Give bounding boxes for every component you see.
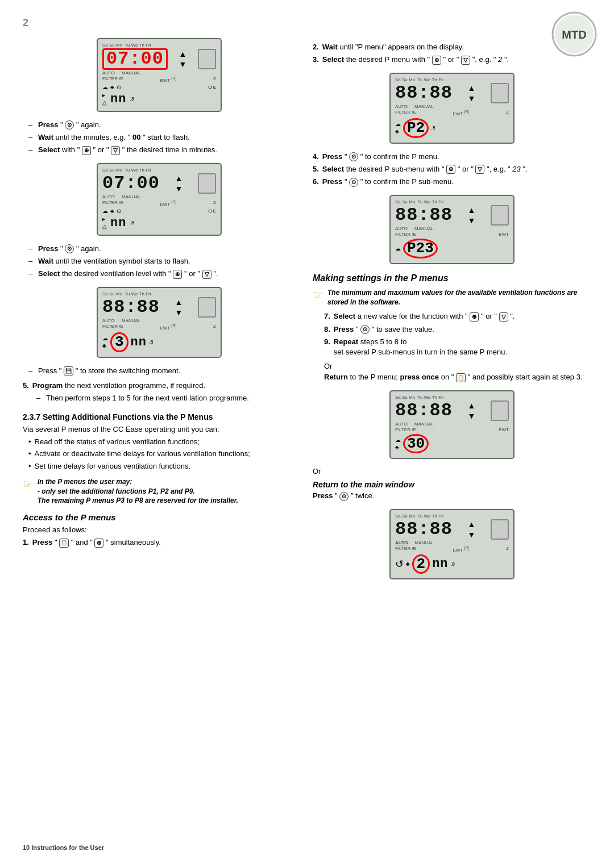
step-8-num: 8. <box>324 324 330 335</box>
note-box-1: ☞ In the P menus the user may: - only se… <box>23 477 296 506</box>
arrows-30: ▲▼ <box>468 401 476 420</box>
highlight-3: 3 <box>110 332 128 352</box>
dash-3: – <box>28 145 35 155</box>
step-9-num: 9. <box>324 337 330 347</box>
step-8-text: Press " ⊙ " to save the value. <box>334 324 434 335</box>
bullet-1: • Read off the status of various ventila… <box>23 437 296 447</box>
section-237-title: 2.3.7 Setting Additional Functions via t… <box>23 412 296 422</box>
page-container: 2 Sa Su Mo Tu We Th Fri 07:00 ▲ ▼ AUTOMA… <box>0 0 614 604</box>
step-5-dash-text: Then perform steps 1 to 5 for the next v… <box>46 393 249 403</box>
seg-display-1: nn <box>110 92 126 106</box>
filter-row-30: FILTER /EEWT <box>395 427 509 432</box>
step-9-item: 9. Repeat steps 5 to 8 toset several P s… <box>324 337 591 357</box>
step-5-item: 5. Program the next ventilation programm… <box>23 381 296 391</box>
display-block-final: Sa Su Mo Tu We Th Fri 88:88 ▲▼ AUTOMANUA… <box>313 506 591 583</box>
arrows-final: ▲▼ <box>468 520 476 539</box>
device-display-p2: Sa Su Mo Tu We Th Fri 88:88 ▲▼ AUTOMANUA… <box>389 73 515 143</box>
mtd-logo: MTD <box>551 11 597 57</box>
highlight-30: 30 <box>403 434 429 454</box>
filter-row-1: FILTER /EEWT (R)Z <box>102 76 216 83</box>
display-block-p2: Sa Su Mo Tu We Th Fri 88:88 ▲▼ AUTOMANUA… <box>313 69 591 147</box>
note-icon-2: ☞ <box>313 288 323 302</box>
step-6-num: 6. <box>313 177 319 187</box>
return-main-text: Press " ⊙ " twice. <box>313 491 591 501</box>
step-5-item-r: 5. Select the desired P sub-menu with " … <box>313 164 591 174</box>
step-5-num-r: 5. <box>313 164 319 174</box>
days-row-30: Sa Su Mo Tu We Th Fri <box>395 395 509 400</box>
making-settings-heading: Making settings in the P menus <box>313 273 591 283</box>
display-block-30: Sa Su Mo Tu We Th Fri 88:88 ▲▼ AUTOMANUA… <box>313 387 591 463</box>
dash-7: – <box>28 366 35 376</box>
bullet-icon-3: • <box>28 461 31 471</box>
note-icon-1: ☞ <box>23 477 33 491</box>
bottom-icons-2: ☁♣⊙ O E <box>102 208 216 214</box>
display-block-3: Sa Su Mo Tu We Th Fri 88:88 ▲▼ AUTOMANUA… <box>23 283 296 361</box>
highlight-final: 2 <box>412 554 430 574</box>
step-7-item: 7. Select a new value for the function w… <box>324 311 591 322</box>
ok-icon-2: ⊙ <box>65 244 74 253</box>
step-5-text-r: Select the desired P sub-menu with " ⊕ "… <box>322 164 528 174</box>
dash-6: – <box>28 269 35 279</box>
steps-789: 7. Select a new value for the function w… <box>313 311 591 357</box>
plus-icon-4: ⊕ <box>432 56 441 65</box>
arrows-p2: ▲▼ <box>468 84 476 103</box>
menu-icon-2: 📋 <box>456 373 466 382</box>
time-display-1: 07:00 <box>102 48 168 70</box>
step-3-num: 3. <box>313 55 319 65</box>
or-text-1: Or <box>324 362 591 370</box>
seg-display-2: nn <box>110 216 126 230</box>
days-row-3: Sa Su Mo Tu We Th Fri <box>102 291 216 297</box>
step-2-num: 2. <box>313 42 319 52</box>
step-8-item: 8. Press " ⊙ " to save the value. <box>324 324 591 335</box>
plus-icon-2: ⊕ <box>173 270 182 279</box>
return-main-heading: Return to the main window <box>313 480 591 489</box>
bullet-text-3: Set time delays for various ventilation … <box>35 461 191 471</box>
footer: 10 Instructions for the User <box>23 844 104 851</box>
dash-8: – <box>36 393 43 403</box>
left-column: 2 Sa Su Mo Tu We Th Fri 07:00 ▲ ▼ AUTOMA… <box>23 17 296 587</box>
device-display-3: Sa Su Mo Tu We Th Fri 88:88 ▲▼ AUTOMANUA… <box>97 287 222 357</box>
down-icon-4: ▽ <box>475 165 484 174</box>
store-icon: 💾 <box>64 366 73 375</box>
step-4-item: 4. Press " ⊙ " to confirm the P menu. <box>313 152 591 162</box>
bottom-icons-1: ☁♣⊙ O E <box>102 84 216 90</box>
dash-4: – <box>28 244 35 254</box>
arrows-1: ▲ ▼ <box>179 49 187 69</box>
step-6-item: 6. Press " ⊙ " to confirm the P sub-menu… <box>313 177 591 187</box>
step-2-item: 2. Wait until "P menu" appears on the di… <box>313 42 591 52</box>
ok-icon-1: ⊙ <box>65 120 74 130</box>
filter-row-p23: FILTER /EEWT <box>395 232 509 237</box>
svg-text:MTD: MTD <box>562 28 586 41</box>
right-column: 2. Wait until "P menu" appears on the di… <box>313 17 591 587</box>
dash-1: – <box>28 120 35 130</box>
access-heading: Access to the P menus <box>23 512 296 522</box>
wait-label-2: Wait <box>38 257 53 265</box>
step-2-text: Wait until "P menu" appears on the displ… <box>322 42 464 52</box>
time-display-2: 07:00 <box>102 174 160 193</box>
store-text: Press " 💾 " to store the switching momen… <box>38 366 180 376</box>
instruction-block-2: – Press " ⊙ " again. – Wait until the ve… <box>28 244 296 279</box>
page-number: 2 <box>23 17 296 29</box>
down-icon-5: ▽ <box>499 312 508 322</box>
days-row-1: Sa Su Mo Tu We Th Fri <box>102 43 216 48</box>
select-label-1: Select <box>38 145 60 154</box>
section-237-intro: Via several P menus of the CC Ease opera… <box>23 425 296 433</box>
press-label-2: Press <box>38 244 58 253</box>
instruction-block-1: – Press " ⊙ " again. – Wait until the mi… <box>28 120 296 156</box>
instr-line-3: – Select with " ⊕ " or " ▽ " the desired… <box>28 145 296 155</box>
bullet-3: • Set time delays for various ventilatio… <box>23 461 296 471</box>
filter-row-final: FILTER /EEWT (R)Z <box>395 546 509 553</box>
instr-line-4: – Press " ⊙ " again. <box>28 244 296 254</box>
instr-line-5: – Wait until the ventilation symbol star… <box>28 256 296 266</box>
time-display-final: 88:88 <box>395 520 453 539</box>
wait-label-1: Wait <box>38 133 53 141</box>
step-6-text: Press " ⊙ " to confirm the P sub-menu. <box>322 177 454 187</box>
bullet-icon-1: • <box>28 437 31 447</box>
step-1-text: Press " 📋 " and " ⊕ " simultaneously. <box>32 537 161 548</box>
dash-5: – <box>28 256 35 266</box>
time-display-p23: 88:88 <box>395 206 453 224</box>
bullet-2: • Activate or deactivate time delays for… <box>23 449 296 459</box>
ok-icon-6: ⊙ <box>339 492 349 501</box>
highlight-p23: P23 <box>403 239 438 258</box>
step-1-num: 1. <box>23 537 29 548</box>
